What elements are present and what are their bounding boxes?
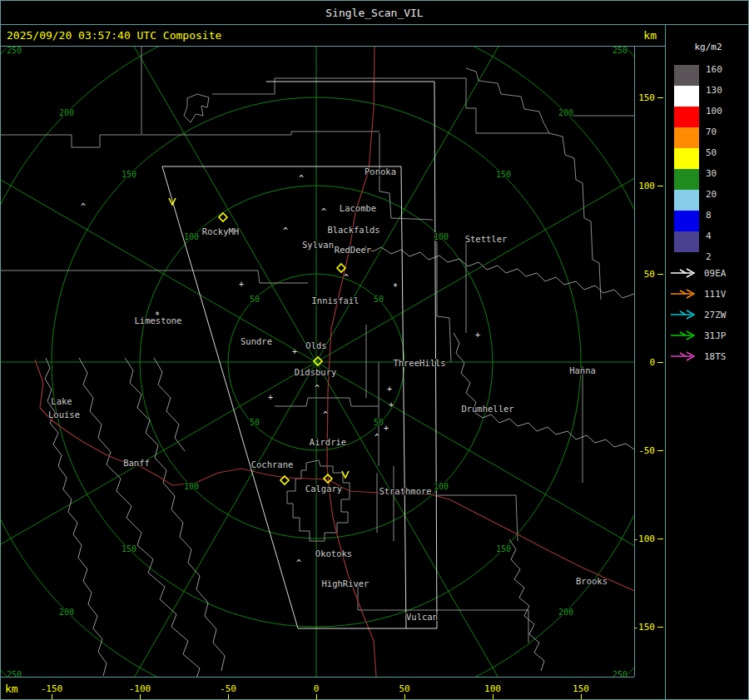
range-ring-label: 250 (7, 46, 22, 55)
caret-marker-icon: ^ (321, 207, 326, 216)
city-label-lacombe: Lacombe (340, 203, 376, 213)
plus-marker-icon: + (389, 400, 394, 410)
city-label-blackfalds: Blackfalds (327, 225, 379, 235)
city-label-reddeer: RedDeer (335, 245, 371, 255)
plus-marker-icon: + (475, 330, 480, 340)
range-ring-label: 150 (122, 170, 136, 179)
right-axis-tick-label: 0 (649, 357, 655, 368)
bottom-axis-unit: km (5, 683, 18, 695)
city-label-vulcan: Vulcan (406, 612, 438, 622)
azimuth-radials (0, 0, 749, 700)
legend-value-label: 160 (706, 64, 722, 75)
range-ring-label: 100 (184, 482, 199, 491)
right-axis-tick-label: -50 (638, 445, 655, 456)
right-axis-tick-label: 100 (638, 181, 655, 191)
bottom-axis-tick-label: 0 (314, 683, 320, 694)
range-ring-label: 200 (558, 608, 573, 617)
caret-marker-icon: ^ (296, 559, 301, 568)
range-ring-label: 150 (122, 544, 136, 554)
range-ring-label: 100 (434, 232, 449, 241)
city-label-sundre: Sundre (241, 336, 272, 346)
legend-value-label: 8 (706, 210, 712, 221)
radar-viewer-window: Single_Scan_VIL 2025/09/20 03:57:40 UTC … (0, 0, 749, 700)
legend-value-label: 70 (706, 127, 717, 137)
legend-value-label: 50 (706, 147, 717, 158)
bottom-axis-tick-label: 100 (484, 683, 501, 694)
legend-swatch (674, 169, 699, 190)
city-label-sylvan: Sylvan (302, 240, 334, 250)
range-ring-label: 200 (59, 608, 74, 617)
range-ring-label: 150 (496, 170, 511, 179)
range-ring-label: 250 (613, 46, 627, 55)
plus-marker-icon: + (268, 393, 273, 402)
caret-marker-icon: ^ (374, 433, 379, 442)
site-id-label: 09EA (704, 268, 727, 279)
city-label-strathmore: Strathmore (379, 486, 431, 496)
range-ring-label: 200 (59, 108, 74, 117)
color-legend: kg/m2 16013010070503020842 09EA111V27ZW3… (671, 42, 727, 362)
city-label-airdrie: Airdrie (310, 437, 346, 447)
city-label-threehills: ThreeHills (393, 358, 445, 368)
city-label-didsbury: Didsbury (295, 367, 337, 377)
radar-display-canvas[interactable]: Single_Scan_VIL 2025/09/20 03:57:40 UTC … (0, 0, 749, 700)
legend-swatch (674, 190, 699, 211)
city-label-lake: Lake (51, 396, 72, 406)
plus-marker-icon: + (239, 280, 244, 289)
range-ring-label: 100 (434, 482, 449, 491)
range-ring-label: 100 (184, 232, 199, 241)
bottom-axis-tick-label: -150 (41, 683, 63, 694)
legend-value-label: 30 (706, 168, 717, 179)
city-label-cochrane: Cochrane (251, 459, 294, 469)
window-frames (0, 1, 749, 700)
city-label-olds: Olds (305, 340, 326, 350)
right-axis-tick-label: -100 (633, 534, 656, 544)
bottom-axis-tick-label: 50 (399, 683, 409, 694)
right-distance-axis: 150100500-50-100-150 (633, 92, 664, 633)
bottom-distance-axis: -150-100-50050100150 (41, 683, 589, 699)
range-rings (0, 0, 749, 700)
legend-swatch (674, 211, 699, 231)
range-ring-label: 50 (250, 295, 260, 304)
legend-value-label: 2 (706, 251, 712, 262)
legend-value-label: 100 (706, 106, 722, 117)
legend-unit-label: kg/m2 (694, 42, 722, 52)
range-ring-label: 50 (374, 295, 384, 304)
legend-value-labels: 16013010070503020842 (706, 64, 722, 262)
city-label-limestone: Limestone (135, 315, 182, 325)
city-label-highriver: HighRiver (322, 578, 370, 588)
right-axis-tick-label: 150 (638, 92, 655, 103)
city-label-hanna: Hanna (569, 365, 596, 375)
legend-swatch (674, 86, 699, 107)
site-id-label: 111V (704, 289, 727, 300)
bottom-axis-tick-label: -50 (220, 683, 236, 694)
city-label-calgary: Calgary (305, 484, 342, 494)
legend-swatch (674, 65, 699, 86)
legend-value-label: 4 (706, 231, 712, 241)
range-ring-label: 50 (250, 418, 260, 427)
caret-marker-icon: ^ (283, 226, 288, 236)
scan-timestamp: 2025/09/20 03:57:40 UTC Composite (7, 29, 221, 42)
range-ring-label: 250 (613, 670, 627, 679)
city-label-banff: Banff (123, 458, 150, 468)
city-label-brooks: Brooks (576, 576, 608, 586)
top-axis-unit: km (643, 29, 657, 42)
legend-swatch (674, 107, 699, 127)
legend-value-label: 20 (706, 189, 717, 200)
caret-marker-icon: ^ (81, 202, 86, 211)
range-ring (0, 0, 749, 700)
page-title: Single_Scan_VIL (325, 7, 424, 19)
city-label-rockymh: RockyMH (202, 226, 239, 236)
site-id-label: 27ZW (704, 310, 727, 320)
legend-value-label: 130 (706, 85, 722, 96)
bottom-axis-tick-label: -100 (129, 683, 151, 694)
city-label-stettler: Stettler (465, 234, 508, 244)
range-ring-label: 150 (496, 544, 511, 554)
asterisk-marker-icon: * (393, 282, 398, 291)
legend-swatch (674, 231, 699, 252)
legend-swatch (674, 127, 699, 148)
range-ring-label: 50 (374, 418, 384, 427)
bottom-axis-tick-label: 150 (573, 683, 589, 694)
plus-marker-icon: + (384, 424, 389, 433)
caret-marker-icon: ^ (344, 273, 349, 282)
caret-marker-icon: ^ (315, 384, 320, 393)
